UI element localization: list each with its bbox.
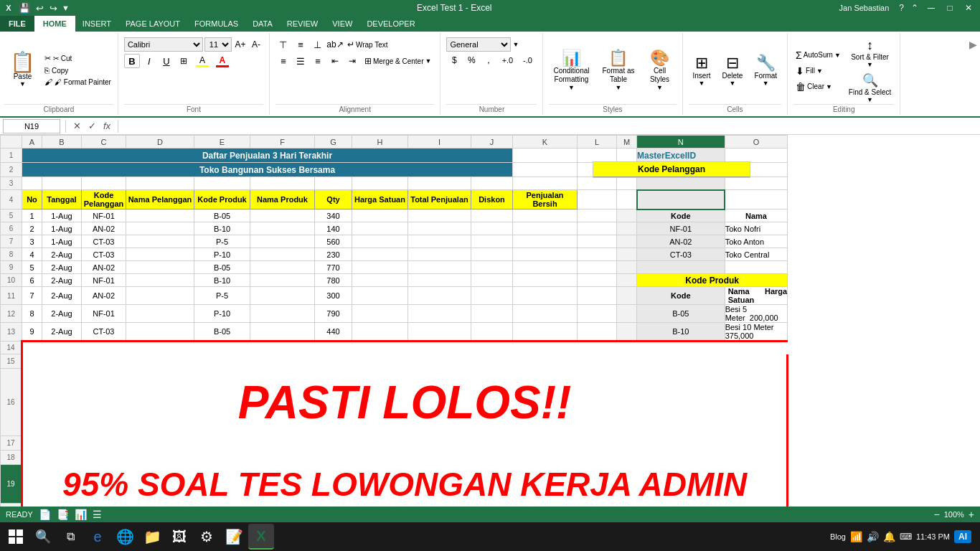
col-header-G[interactable]: G [315,136,352,149]
name-box[interactable] [3,119,60,133]
number-format-more-icon[interactable]: ▼ [512,41,519,48]
border-button[interactable]: ⊞ [176,54,192,68]
status-view-icon3[interactable]: 📊 [75,509,87,520]
insert-dropdown-icon[interactable]: ▼ [699,80,705,87]
header-nama-pelanggan[interactable]: Nama Pelanggan [126,190,194,209]
increase-indent-btn[interactable]: ⇥ [344,54,360,68]
percent-btn[interactable]: % [463,54,479,67]
underline-button[interactable]: U [159,54,174,68]
delete-dropdown-icon[interactable]: ▼ [730,80,736,87]
font-family-select[interactable]: Calibri [124,37,203,52]
insert-function-btn[interactable]: fx [101,120,113,132]
bold-button[interactable]: B [124,54,140,68]
status-view-icon2[interactable]: 📑 [57,509,69,520]
font-increase-btn[interactable]: A+ [233,37,248,52]
insert-button[interactable]: ⊞ Insert ▼ [689,52,715,90]
fill-button[interactable]: ⬇ Fill ▼ [793,65,843,77]
keyboard-icon[interactable]: ⌨ [900,532,912,542]
col-header-L[interactable]: L [578,136,617,149]
align-center-btn[interactable]: ☰ [293,54,308,68]
copy-button[interactable]: ⎘ Copy [42,65,113,75]
redo-icon[interactable]: ↪ [48,2,59,14]
fat-dropdown-icon[interactable]: ▼ [616,84,622,91]
header-kode-pelanggan[interactable]: Kode Pelanggan [82,190,126,209]
col-header-O[interactable]: O [725,136,788,149]
tab-data[interactable]: DATA [245,16,280,32]
sort-dropdown-icon[interactable]: ▼ [867,61,873,68]
col-header-K[interactable]: K [513,136,578,149]
format-dropdown-icon[interactable]: ▼ [763,80,769,87]
cell-styles-button[interactable]: 🎨 CellStyles ▼ [644,47,677,94]
task-view-btn[interactable]: ⧉ [57,524,83,550]
ribbon-collapse-icon[interactable]: ⌃ [908,1,921,14]
increase-decimal-btn[interactable]: +.0 [498,54,517,67]
col-header-I[interactable]: I [408,136,471,149]
header-qty[interactable]: Qty [315,190,352,209]
merge-center-button[interactable]: ⊞ Merge & Center ▼ [362,54,435,68]
find-select-button[interactable]: 🔍 Find & Select ▼ [846,72,894,104]
help-icon[interactable]: ? [896,1,907,14]
comma-btn[interactable]: ， [481,54,496,67]
align-bottom-btn[interactable]: ⊥ [310,37,326,52]
merge-dropdown-icon[interactable]: ▼ [425,57,432,65]
ai-badge[interactable]: AI [954,530,971,543]
search-taskbar-btn[interactable]: 🔍 [30,524,56,550]
qat-customize-icon[interactable]: ▼ [62,4,70,12]
format-as-table-button[interactable]: 📋 Format asTable ▼ [598,47,639,94]
delete-button[interactable]: ⊟ Delete ▼ [718,52,748,90]
autosum-dropdown-icon[interactable]: ▼ [834,52,841,59]
status-view-icon1[interactable]: 📄 [39,509,51,520]
col-header-J[interactable]: J [471,136,513,149]
restore-btn[interactable]: □ [941,0,958,16]
font-decrease-btn[interactable]: A- [249,37,263,52]
tab-review[interactable]: REVIEW [280,16,325,32]
header-harga-satuan[interactable]: Harga Satuan [352,190,408,209]
ribbon-expand-btn[interactable]: ▶ [966,36,980,53]
wrap-text-button[interactable]: ↵ Wrap Text [344,37,391,52]
zoom-in-btn[interactable]: + [969,509,974,520]
header-total[interactable]: Total Penjualan [408,190,471,209]
accounting-format-btn[interactable]: $ [446,54,462,67]
fill-color-button[interactable]: A [193,54,212,68]
clear-dropdown-icon[interactable]: ▼ [826,83,832,90]
title-row1-cell[interactable]: Daftar Penjualan 3 Hari Terakhir [22,149,513,163]
tab-insert[interactable]: INSERT [75,16,118,32]
clear-button[interactable]: 🗑 Clear ▼ [793,80,843,93]
font-color-button[interactable]: A [213,54,232,68]
minimize-btn[interactable]: ─ [923,0,940,16]
notification-icon[interactable]: 🔔 [883,531,895,542]
header-no[interactable]: No [22,190,42,209]
header-tanggal[interactable]: Tanggal [42,190,82,209]
italic-button[interactable]: I [141,54,157,68]
title-row2-cell[interactable]: Toko Bangunan Sukses Bersama [22,163,513,177]
number-format-select[interactable]: General [446,37,511,52]
format-painter-button[interactable]: 🖌 🖌 Format Painter [42,77,113,87]
blog-taskbar-btn[interactable]: 📝 [221,524,247,550]
col-header-E[interactable]: E [194,136,250,149]
zoom-out-btn[interactable]: − [933,509,939,520]
edge-taskbar-btn[interactable]: e [85,524,110,550]
col-header-N[interactable]: N [637,136,725,149]
format-button[interactable]: 🔧 Format ▼ [750,52,781,90]
col-header-C[interactable]: C [82,136,126,149]
close-btn[interactable]: ✕ [960,0,977,16]
file-explorer-taskbar-btn[interactable]: 📁 [139,524,165,550]
excel-taskbar-btn[interactable]: X [248,524,274,550]
tab-page-layout[interactable]: PAGE LAYOUT [118,16,187,32]
font-size-select[interactable]: 11 [204,37,232,52]
find-dropdown-icon[interactable]: ▼ [867,96,873,103]
align-right-btn[interactable]: ≡ [310,54,326,68]
tab-home[interactable]: HOME [34,16,75,32]
cs-dropdown-icon[interactable]: ▼ [656,84,663,91]
col-header-D[interactable]: D [126,136,194,149]
paste-button[interactable]: 📋 Paste ▼ [4,36,41,104]
decrease-decimal-btn[interactable]: -.0 [518,54,537,67]
sound-icon[interactable]: 🔊 [867,531,879,542]
col-header-A[interactable]: A [22,136,42,149]
network-icon[interactable]: 📶 [850,531,862,542]
fill-dropdown-icon[interactable]: ▼ [816,67,823,75]
col-header-F[interactable]: F [250,136,315,149]
photos-taskbar-btn[interactable]: 🖼 [166,524,192,550]
confirm-formula-btn[interactable]: ✓ [86,120,98,132]
header-bersih[interactable]: Penjualan Bersih [513,190,578,209]
